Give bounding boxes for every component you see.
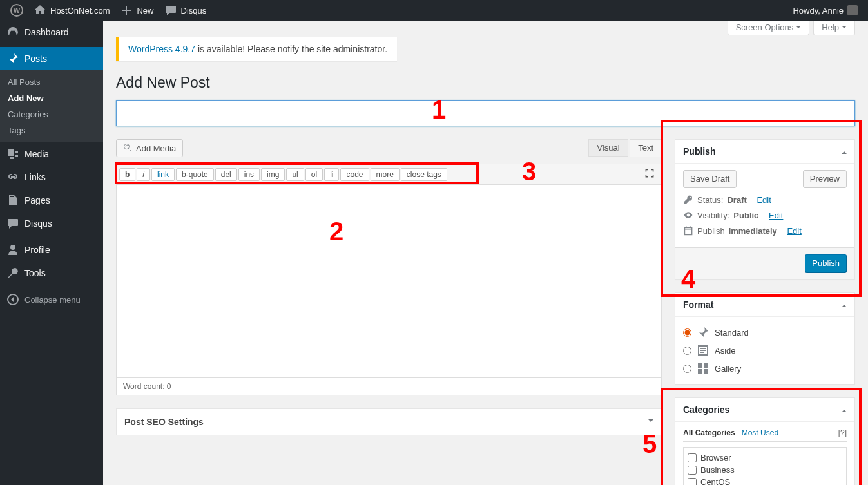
fullscreen-icon — [644, 168, 655, 178]
sidebar-item-profile[interactable]: Profile — [0, 238, 103, 262]
update-notification: WordPress 4.9.7 is available! Please not… — [116, 37, 397, 61]
comment-icon — [164, 4, 177, 17]
tab-visual[interactable]: Visual — [588, 139, 628, 157]
status-edit-link[interactable]: Edit — [757, 195, 771, 205]
preview-button[interactable]: Preview — [803, 170, 847, 188]
format-label: Gallery — [715, 364, 741, 374]
chevron-down-icon — [842, 26, 847, 31]
update-link[interactable]: WordPress 4.9.7 — [128, 44, 195, 54]
category-label: Business — [700, 465, 735, 475]
site-name-label: HostOnNet.com — [50, 6, 110, 15]
qt-del-button[interactable]: del — [215, 168, 237, 181]
format-radio-aside[interactable] — [683, 347, 691, 355]
status-row: Status: Draft Edit — [683, 195, 847, 205]
seo-settings-toggle[interactable]: Post SEO Settings — [117, 409, 661, 435]
media-icon — [6, 147, 19, 160]
chevron-up-icon — [842, 302, 847, 307]
category-checkbox[interactable] — [688, 478, 697, 486]
status-value: Draft — [727, 195, 746, 205]
submenu-add-new[interactable]: Add New — [0, 90, 103, 106]
qt-ol-button[interactable]: ol — [305, 168, 323, 181]
sidebar-label: Posts — [24, 53, 47, 64]
new-content-menu[interactable]: New — [115, 0, 159, 21]
format-box-header[interactable]: Format — [675, 293, 854, 317]
fullscreen-toggle[interactable] — [641, 167, 659, 182]
category-checkbox[interactable] — [688, 466, 697, 475]
schedule-value: immediately — [729, 226, 777, 236]
qt-ul-button[interactable]: ul — [286, 168, 304, 181]
wp-logo-menu[interactable]: W — [5, 0, 28, 21]
quicktags-toolbar: b i link b-quote del ins img ul ol li co… — [116, 164, 662, 185]
publish-box: Publish Save Draft Preview Status: Draft… — [675, 139, 855, 280]
format-label: Aside — [715, 346, 736, 356]
qt-bold-button[interactable]: b — [119, 168, 135, 181]
categories-help[interactable]: [?] — [838, 428, 847, 437]
collapse-menu-button[interactable]: Collapse menu — [0, 288, 103, 311]
qt-more-button[interactable]: more — [371, 168, 400, 181]
sidebar-item-disqus[interactable]: Disqus — [0, 212, 103, 235]
key-icon — [683, 195, 693, 205]
sidebar-item-media[interactable]: Media — [0, 142, 103, 166]
category-item[interactable]: CentOS — [688, 476, 842, 485]
schedule-edit-link[interactable]: Edit — [787, 226, 801, 236]
qt-closetags-button[interactable]: close tags — [401, 168, 447, 181]
visibility-row: Visibility: Public Edit — [683, 210, 847, 220]
gallery-icon — [697, 362, 709, 375]
home-icon — [34, 4, 46, 17]
qt-li-button[interactable]: li — [324, 168, 339, 181]
sidebar-label: Dashboard — [24, 27, 69, 37]
svg-rect-5 — [704, 369, 708, 374]
post-title-input[interactable] — [116, 100, 855, 126]
media-icon — [123, 143, 133, 153]
svg-rect-4 — [698, 369, 702, 374]
site-name-menu[interactable]: HostOnNet.com — [28, 0, 115, 21]
help-toggle[interactable]: Help — [813, 21, 855, 35]
qt-code-button[interactable]: code — [340, 168, 369, 181]
tab-most-used[interactable]: Most Used — [742, 428, 778, 437]
sidebar-item-posts[interactable]: Posts — [0, 47, 103, 70]
visibility-value: Public — [733, 211, 758, 220]
publish-button[interactable]: Publish — [805, 254, 847, 272]
sidebar-item-pages[interactable]: Pages — [0, 189, 103, 212]
screen-options-toggle[interactable]: Screen Options — [728, 21, 810, 35]
qt-ins-button[interactable]: ins — [238, 168, 260, 181]
submenu-categories[interactable]: Categories — [0, 106, 103, 122]
format-option-standard[interactable]: Standard — [683, 323, 847, 341]
submenu-tags[interactable]: Tags — [0, 122, 103, 138]
category-item[interactable]: Browser — [688, 452, 842, 464]
format-radio-gallery[interactable] — [683, 365, 691, 373]
format-box-title: Format — [683, 300, 713, 310]
add-media-button[interactable]: Add Media — [116, 139, 183, 157]
category-list[interactable]: Browser Business CentOS Cloud — [683, 447, 847, 485]
format-option-aside[interactable]: Aside — [683, 341, 847, 359]
format-label: Standard — [715, 328, 749, 338]
annotation-2: 2 — [329, 217, 343, 246]
screen-meta-links: Screen Options Help — [728, 21, 855, 35]
sidebar-item-links[interactable]: Links — [0, 166, 103, 189]
visibility-edit-link[interactable]: Edit — [769, 211, 783, 220]
screen-options-label: Screen Options — [736, 23, 794, 32]
admin-toolbar: W HostOnNet.com New Disqus Howdy, Annie — [0, 0, 868, 21]
help-label: Help — [822, 23, 839, 32]
categories-box-header[interactable]: Categories — [675, 398, 854, 422]
my-account-menu[interactable]: Howdy, Annie — [787, 0, 863, 21]
tab-all-categories[interactable]: All Categories — [683, 428, 735, 437]
collapse-icon — [6, 293, 19, 306]
category-item[interactable]: Business — [688, 464, 842, 476]
sidebar-item-tools[interactable]: Tools — [0, 262, 103, 285]
submenu-all-posts[interactable]: All Posts — [0, 74, 103, 90]
tab-text[interactable]: Text — [630, 139, 662, 157]
save-draft-button[interactable]: Save Draft — [683, 170, 737, 188]
qt-link-button[interactable]: link — [151, 168, 175, 181]
qt-bquote-button[interactable]: b-quote — [176, 168, 214, 181]
content-editor[interactable]: 2 — [116, 185, 662, 378]
sidebar-label: Profile — [24, 245, 50, 255]
sidebar-item-dashboard[interactable]: Dashboard — [0, 21, 103, 44]
qt-italic-button[interactable]: i — [137, 168, 150, 181]
format-radio-standard[interactable] — [683, 328, 691, 337]
qt-img-button[interactable]: img — [261, 168, 285, 181]
format-option-gallery[interactable]: Gallery — [683, 359, 847, 377]
disqus-toolbar-item[interactable]: Disqus — [159, 0, 212, 21]
publish-box-header[interactable]: Publish — [675, 140, 854, 164]
category-checkbox[interactable] — [688, 453, 697, 462]
